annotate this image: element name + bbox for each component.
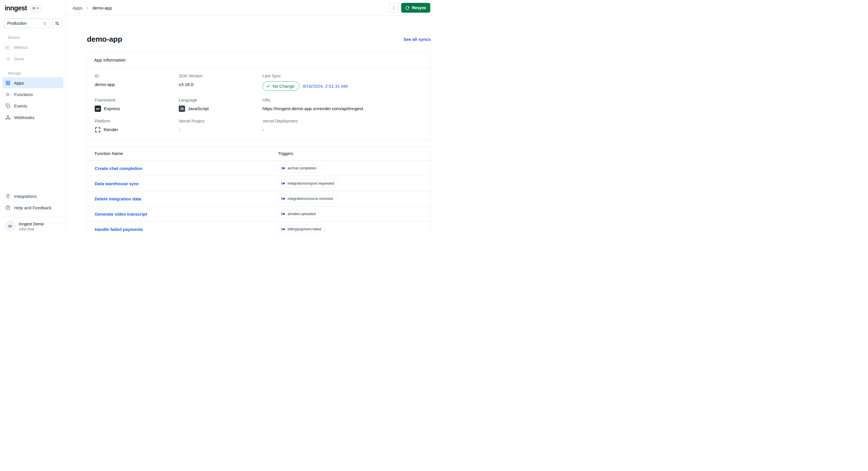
render-icon bbox=[95, 127, 101, 133]
event-trigger-icon bbox=[281, 212, 285, 216]
line-chart-icon bbox=[5, 44, 11, 50]
breadcrumb-current: demo-app bbox=[92, 5, 112, 10]
sidebar-item-events[interactable]: Events bbox=[3, 100, 63, 111]
sidebar-item-label: Functions bbox=[14, 92, 33, 97]
user-subtitle: John Doe bbox=[19, 227, 44, 231]
table-row[interactable]: Delete integration data integrations/sou… bbox=[87, 191, 430, 206]
no-change-badge: No Change bbox=[262, 81, 299, 91]
stacked-squares-icon bbox=[5, 103, 11, 109]
app-information-title: App Information bbox=[87, 53, 430, 68]
sidebar-item-label: Events bbox=[14, 103, 27, 108]
sidebar-item-metrics[interactable]: Metrics bbox=[3, 42, 63, 53]
sidebar-item-label: Integrations bbox=[14, 194, 36, 199]
event-trigger-icon bbox=[281, 196, 285, 201]
field-vercel-deployment: Vercel Deployment - bbox=[262, 119, 423, 133]
question-circle-icon bbox=[5, 205, 11, 210]
trigger-badge: ai/chat.completion bbox=[278, 164, 320, 172]
field-last-sync: Last Sync No Change 8/16/2024, 2:51:31 A… bbox=[262, 74, 423, 91]
sidebar: inngest ⌘ K Production Monitor Metrics bbox=[0, 0, 66, 236]
sidebar-item-runs[interactable]: Runs bbox=[3, 53, 63, 64]
inngest-logo: inngest bbox=[5, 4, 27, 12]
environment-select-value: Production bbox=[7, 21, 27, 26]
sidebar-item-label: Runs bbox=[14, 56, 24, 61]
function-link[interactable]: Handle failed payments bbox=[95, 227, 278, 232]
trigger-badge: billing/payment.failed bbox=[278, 225, 325, 234]
kebab-icon bbox=[392, 6, 396, 10]
trigger-badge: ai/video.uploaded bbox=[278, 210, 320, 218]
field-platform: Platform Render bbox=[95, 119, 179, 133]
field-sdk-version: SDK Version v3.16.0 bbox=[179, 74, 262, 91]
refresh-icon bbox=[405, 6, 409, 10]
environment-settings-button[interactable] bbox=[52, 19, 62, 28]
section-label-monitor: Monitor bbox=[0, 36, 66, 40]
environment-select[interactable]: Production bbox=[4, 19, 50, 28]
sidebar-item-integrations[interactable]: Integrations bbox=[3, 191, 63, 202]
event-trigger-icon bbox=[281, 181, 285, 186]
sidebar-item-label: Apps bbox=[14, 80, 24, 86]
sliders-icon bbox=[55, 21, 60, 26]
field-language: Language JS JavaScript bbox=[179, 98, 262, 112]
see-all-syncs-link[interactable]: See all syncs bbox=[403, 37, 431, 42]
main-area: Apps demo-app Resync demo-app See all bbox=[66, 0, 434, 236]
function-link[interactable]: Delete integration data bbox=[95, 196, 278, 201]
list-icon bbox=[5, 56, 11, 62]
field-framework: Framework ex Express bbox=[95, 98, 179, 112]
avatar: IN bbox=[5, 221, 16, 232]
chevron-right-icon bbox=[86, 6, 89, 10]
sidebar-item-functions[interactable]: Functions bbox=[3, 89, 63, 100]
sidebar-item-label: Webhooks bbox=[14, 115, 34, 120]
plug-icon bbox=[5, 194, 11, 199]
event-trigger-icon bbox=[281, 227, 285, 232]
page-title: demo-app bbox=[87, 35, 122, 44]
function-link[interactable]: Generate video transcript bbox=[95, 212, 278, 216]
sidebar-item-webhooks[interactable]: Webhooks bbox=[3, 112, 63, 123]
user-name: Inngest Demo bbox=[19, 222, 44, 226]
table-row[interactable]: Generate video transcript ai/video.uploa… bbox=[87, 206, 430, 222]
page-content: demo-app See all syncs App Information I… bbox=[66, 16, 434, 236]
more-options-button[interactable] bbox=[389, 3, 398, 12]
check-icon bbox=[266, 84, 270, 88]
double-chevron-icon bbox=[5, 92, 11, 97]
breadcrumb: Apps demo-app bbox=[72, 5, 112, 10]
section-label-manage: Manage bbox=[0, 71, 66, 75]
field-vercel-project: Vercel Project - bbox=[179, 119, 262, 133]
resync-button[interactable]: Resync bbox=[401, 3, 430, 13]
field-url: URL https://inngest-demo-app.onrender.co… bbox=[262, 98, 423, 112]
function-link[interactable]: Data warehouse sync bbox=[95, 181, 278, 186]
column-triggers: Triggers bbox=[278, 151, 423, 156]
javascript-icon: JS bbox=[179, 105, 185, 112]
trigger-badge: integrations/source.removed bbox=[278, 194, 337, 203]
command-k-shortcut: ⌘ K bbox=[30, 5, 41, 11]
user-menu[interactable]: IN Inngest Demo John Doe bbox=[0, 217, 66, 236]
sidebar-item-help[interactable]: Help and Feedback bbox=[3, 202, 63, 213]
express-icon: ex bbox=[95, 105, 101, 112]
table-row[interactable]: Data warehouse sync integrations/export.… bbox=[87, 176, 430, 191]
chevron-up-down-icon bbox=[43, 22, 46, 25]
functions-table-card: Function Name Triggers Create chat compl… bbox=[87, 146, 431, 236]
breadcrumb-apps[interactable]: Apps bbox=[72, 5, 82, 10]
webhook-icon bbox=[5, 115, 11, 120]
sidebar-item-label: Metrics bbox=[14, 45, 28, 50]
table-row[interactable]: Handle failed payments billing/payment.f… bbox=[87, 222, 430, 236]
app-information-card: App Information ID demo-app SDK Version … bbox=[87, 52, 431, 141]
last-sync-timestamp[interactable]: 8/16/2024, 2:51:31 AM bbox=[303, 84, 348, 89]
functions-table-header: Function Name Triggers bbox=[87, 147, 430, 161]
trigger-badge: integrations/export.requested bbox=[278, 179, 338, 188]
top-bar: Apps demo-app Resync bbox=[66, 0, 434, 16]
sidebar-item-label: Help and Feedback bbox=[14, 205, 52, 210]
event-trigger-icon bbox=[281, 166, 285, 170]
table-row[interactable]: Create chat completion ai/chat.completio… bbox=[87, 161, 430, 176]
field-id: ID demo-app bbox=[95, 74, 179, 91]
sidebar-item-apps[interactable]: Apps bbox=[3, 77, 63, 88]
function-link[interactable]: Create chat completion bbox=[95, 166, 278, 171]
grid-icon bbox=[5, 80, 11, 86]
column-function-name: Function Name bbox=[95, 151, 278, 156]
